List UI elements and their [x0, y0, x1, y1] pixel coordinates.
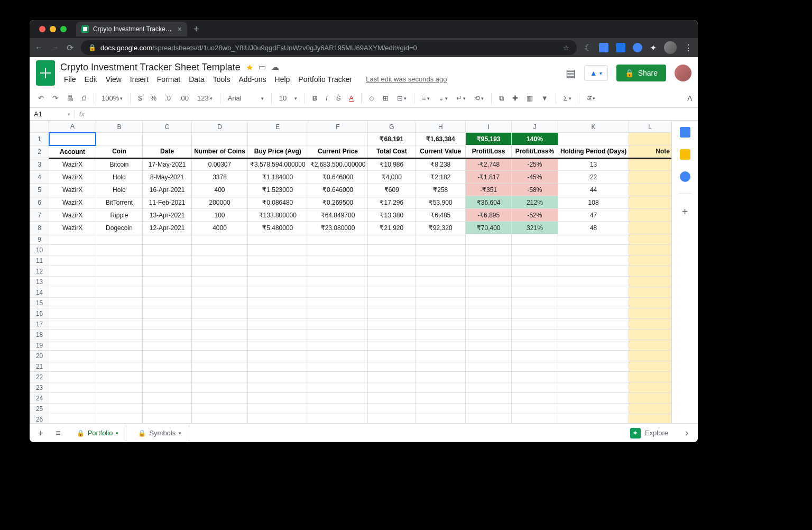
cell[interactable]: ₹95,193	[466, 133, 512, 145]
cell[interactable]	[143, 351, 192, 361]
cell[interactable]	[511, 308, 558, 319]
cell[interactable]: -52%	[511, 209, 558, 222]
sheet-grid[interactable]: ABCDEFGHIJKL1₹68,191₹1,63,384₹95,193140%…	[30, 121, 671, 423]
cell[interactable]	[629, 298, 671, 308]
cell[interactable]	[247, 255, 308, 266]
cell[interactable]	[143, 382, 192, 393]
cell[interactable]	[416, 393, 466, 404]
cell[interactable]: ₹4,000	[368, 171, 416, 184]
cell[interactable]	[511, 372, 558, 382]
cell[interactable]	[416, 298, 466, 308]
cell[interactable]	[511, 255, 558, 266]
cell[interactable]: WazirX	[49, 222, 96, 234]
cell[interactable]	[96, 255, 142, 266]
cell[interactable]	[368, 351, 416, 361]
url-field[interactable]: 🔒 docs.google.com/spreadsheets/d/1uo28wb…	[81, 40, 577, 55]
cell[interactable]	[308, 245, 368, 255]
cell[interactable]	[511, 298, 558, 308]
cell[interactable]: Holo	[96, 171, 142, 184]
cell[interactable]	[416, 361, 466, 372]
cell[interactable]	[192, 330, 248, 340]
col-header[interactable]: C	[143, 121, 192, 133]
cell[interactable]: ₹133.800000	[247, 209, 308, 222]
cell[interactable]	[192, 266, 248, 277]
cell[interactable]	[143, 319, 192, 330]
cell[interactable]: 16-Apr-2021	[143, 184, 192, 196]
zoom-dropdown[interactable]: 100% ▾	[98, 92, 126, 104]
cell[interactable]	[416, 319, 466, 330]
cell[interactable]	[466, 404, 512, 414]
cell[interactable]	[247, 234, 308, 245]
cell[interactable]: Holo	[96, 184, 142, 196]
cell[interactable]	[308, 277, 368, 287]
bold-button[interactable]: B	[309, 92, 320, 104]
text-color-button[interactable]: A	[346, 92, 357, 104]
profile-avatar[interactable]	[664, 41, 677, 54]
cell[interactable]	[49, 245, 96, 255]
cell[interactable]	[466, 234, 512, 245]
keep-icon[interactable]	[680, 149, 690, 160]
row-header[interactable]: 17	[30, 319, 49, 330]
cell[interactable]	[308, 382, 368, 393]
cell[interactable]	[368, 277, 416, 287]
cell[interactable]	[96, 319, 142, 330]
cloud-icon[interactable]: ☁	[271, 62, 279, 72]
cell[interactable]	[558, 234, 629, 245]
cell[interactable]	[143, 234, 192, 245]
menu-icon[interactable]: ⋮	[684, 43, 693, 53]
add-sheet-button[interactable]: +	[34, 425, 47, 441]
cell[interactable]: 108	[558, 196, 629, 209]
cell[interactable]	[558, 298, 629, 308]
cell[interactable]	[192, 245, 248, 255]
cell[interactable]	[143, 404, 192, 414]
cell[interactable]: 100	[192, 209, 248, 222]
cell[interactable]	[192, 255, 248, 266]
column-header-cell[interactable]: Profit/Loss%	[511, 145, 558, 158]
cell[interactable]	[368, 372, 416, 382]
cell[interactable]	[629, 209, 671, 222]
cell[interactable]: ₹0.646000	[308, 184, 368, 196]
cell[interactable]	[96, 340, 142, 351]
cell[interactable]	[629, 340, 671, 351]
cell[interactable]	[466, 255, 512, 266]
cell[interactable]	[247, 351, 308, 361]
cell[interactable]	[192, 133, 248, 145]
cell[interactable]	[416, 340, 466, 351]
cell[interactable]: WazirX	[49, 158, 96, 171]
cell[interactable]	[96, 404, 142, 414]
halign-button[interactable]: ≡ ▾	[419, 92, 433, 104]
cell[interactable]	[558, 255, 629, 266]
cell[interactable]	[96, 298, 142, 308]
cell[interactable]	[466, 245, 512, 255]
cell[interactable]	[466, 340, 512, 351]
cell[interactable]	[416, 351, 466, 361]
cell[interactable]	[416, 382, 466, 393]
cell[interactable]	[49, 414, 96, 424]
cell[interactable]: -₹351	[466, 184, 512, 196]
cell[interactable]	[558, 133, 629, 145]
cell[interactable]	[143, 330, 192, 340]
cell[interactable]: ₹0.269500	[308, 196, 368, 209]
cell[interactable]	[192, 277, 248, 287]
cell[interactable]: 140%	[511, 133, 558, 145]
row-header[interactable]: 1	[30, 133, 49, 145]
cell[interactable]	[558, 372, 629, 382]
cell[interactable]	[629, 184, 671, 196]
user-avatar[interactable]	[675, 65, 691, 81]
strike-button[interactable]: S	[333, 92, 344, 104]
decrease-decimal[interactable]: .0	[162, 92, 174, 104]
paint-format-button[interactable]: ⎙	[79, 92, 89, 104]
cell[interactable]	[558, 245, 629, 255]
cell[interactable]: ₹1,63,384	[416, 133, 466, 145]
cell[interactable]	[143, 372, 192, 382]
format-dropdown[interactable]: 123 ▾	[194, 92, 216, 104]
cell[interactable]	[247, 414, 308, 424]
cell[interactable]	[629, 171, 671, 184]
col-header[interactable]: G	[368, 121, 416, 133]
cell[interactable]	[629, 404, 671, 414]
cell[interactable]	[511, 340, 558, 351]
sheet-tab-symbols[interactable]: 🔒 Symbols ▾	[131, 425, 189, 441]
row-header[interactable]: 20	[30, 351, 49, 361]
cell[interactable]: ₹64.849700	[308, 209, 368, 222]
tasks-icon[interactable]	[680, 171, 690, 182]
